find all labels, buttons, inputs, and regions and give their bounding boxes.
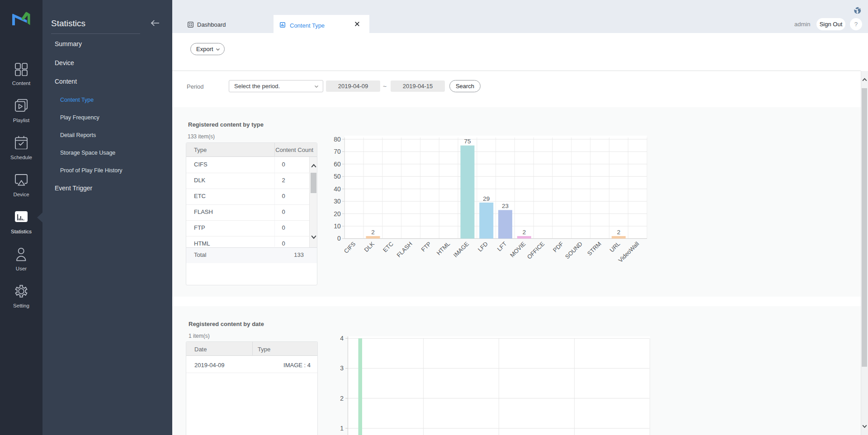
svg-text:PDF: PDF [552, 240, 565, 253]
svg-text:3: 3 [340, 364, 344, 372]
svg-text:0: 0 [337, 235, 341, 242]
svg-text:2: 2 [617, 229, 621, 236]
svg-text:70: 70 [334, 148, 341, 155]
svg-text:LFT: LFT [496, 240, 508, 252]
svg-text:HTML: HTML [435, 241, 452, 257]
svg-text:FLASH: FLASH [395, 241, 413, 259]
svg-text:75: 75 [464, 138, 471, 145]
svg-text:2: 2 [371, 229, 375, 236]
svg-text:1: 1 [340, 425, 344, 432]
svg-text:50: 50 [334, 173, 341, 180]
svg-text:29: 29 [483, 195, 490, 202]
svg-text:4: 4 [340, 335, 344, 342]
svg-text:IMAGE: IMAGE [452, 240, 470, 258]
svg-text:23: 23 [502, 203, 509, 209]
svg-text:URL: URL [609, 241, 622, 254]
svg-text:LFD: LFD [476, 241, 489, 253]
svg-text:60: 60 [334, 161, 341, 168]
svg-text:VideoWall: VideoWall [617, 240, 641, 264]
svg-text:2: 2 [340, 395, 344, 402]
svg-text:DLK: DLK [363, 240, 376, 253]
svg-text:10: 10 [334, 222, 341, 230]
svg-text:ETC: ETC [382, 241, 395, 254]
svg-text:MOVIE: MOVIE [509, 240, 527, 258]
svg-text:CIFS: CIFS [343, 240, 357, 255]
svg-text:STRM: STRM [586, 241, 603, 257]
svg-text:40: 40 [334, 185, 341, 193]
svg-text:30: 30 [334, 198, 341, 205]
svg-text:FTP: FTP [420, 241, 433, 253]
svg-text:OFFICE: OFFICE [526, 240, 546, 260]
svg-text:20: 20 [334, 210, 341, 218]
svg-text:2: 2 [523, 229, 526, 236]
svg-text:80: 80 [334, 136, 341, 143]
svg-text:SOUND: SOUND [564, 241, 584, 260]
